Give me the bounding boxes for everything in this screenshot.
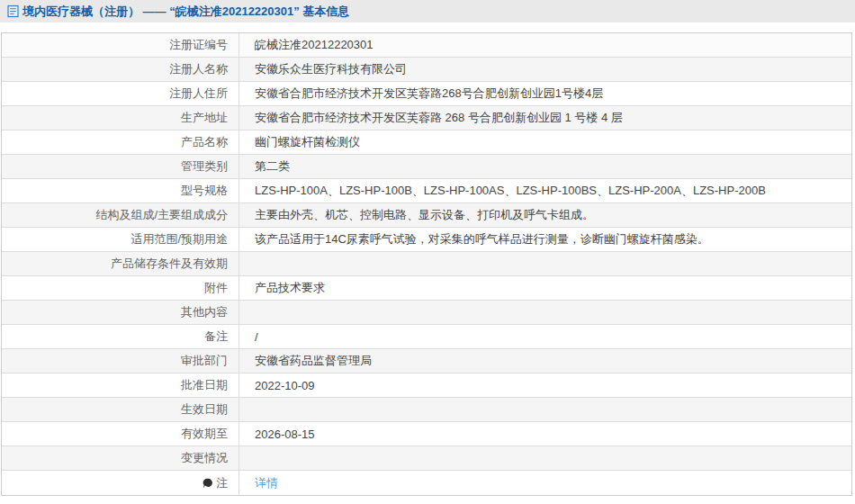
row-value: 皖械注准20212220301 xyxy=(239,33,851,57)
row-value: 幽门螺旋杆菌检测仪 xyxy=(239,130,851,154)
row-label: 结构及组成/主要组成成分 xyxy=(2,203,239,227)
row-label: 其他内容 xyxy=(2,301,239,324)
table-row: 备注/ xyxy=(2,325,851,349)
row-label-text: 生产地址 xyxy=(181,110,228,126)
row-value-text: 安徽省合肥市经济技术开发区芙蓉路 268 号合肥创新创业园 1 号楼 4 层 xyxy=(255,110,623,126)
row-label: 生产地址 xyxy=(2,106,239,130)
table-row: 有效期至2026-08-15 xyxy=(2,422,851,446)
table-row: 变更情况 xyxy=(2,446,851,471)
row-value-text: 幽门螺旋杆菌检测仪 xyxy=(255,134,360,150)
table-row: 注册证编号皖械注准20212220301 xyxy=(2,33,851,58)
row-label-text: 审批部门 xyxy=(181,353,228,369)
row-label-text: 备注 xyxy=(204,328,228,345)
row-label-text: 附件 xyxy=(204,280,228,296)
row-label-text: 型号规格 xyxy=(181,183,228,199)
row-label-text: 其他内容 xyxy=(181,304,228,320)
row-label: 附件 xyxy=(2,276,239,300)
row-value: LZS-HP-100A、LZS-HP-100B、LZS-HP-100AS、LZS… xyxy=(239,179,851,202)
row-value-text: 安徽省药品监督管理局 xyxy=(255,353,372,369)
row-value: 该产品适用于14C尿素呼气试验，对采集的呼气样品进行测量，诊断幽门螺旋杆菌感染。 xyxy=(239,228,851,251)
table-row: 注册人名称安徽乐众生医疗科技有限公司 xyxy=(2,58,851,82)
row-value: 产品技术要求 xyxy=(239,276,851,300)
row-value-text: 皖械注准20212220301 xyxy=(255,37,374,53)
row-value xyxy=(239,446,851,470)
row-label: 备注 xyxy=(2,325,239,348)
row-value: 2026-08-15 xyxy=(239,422,851,446)
row-value-text: / xyxy=(255,330,258,344)
row-value-text: 安徽乐众生医疗科技有限公司 xyxy=(255,61,407,77)
row-label: 型号规格 xyxy=(2,179,239,202)
row-label: 生效日期 xyxy=(2,398,239,421)
table-row: 型号规格LZS-HP-100A、LZS-HP-100B、LZS-HP-100AS… xyxy=(2,179,851,203)
row-value-text: 产品技术要求 xyxy=(255,280,325,296)
row-value: 安徽省合肥市经济技术开发区芙蓉路 268 号合肥创新创业园 1 号楼 4 层 xyxy=(239,106,851,130)
row-label-text: 生效日期 xyxy=(181,401,228,418)
note-balloon-icon xyxy=(202,478,213,489)
details-link[interactable]: 详情 xyxy=(255,475,278,491)
table-row: 产品储存条件及有效期 xyxy=(2,252,851,276)
row-label-text: 注册人住所 xyxy=(169,86,228,102)
page-header: 境内医疗器械（注册） —— “皖械注准20212220301” 基本信息 xyxy=(0,0,855,22)
row-value-text: 第二类 xyxy=(255,158,290,175)
row-label-text: 适用范围/预期用途 xyxy=(130,231,228,248)
table-row: 注详情 xyxy=(2,471,851,495)
table-row: 其他内容 xyxy=(2,301,851,325)
table-row: 生产地址安徽省合肥市经济技术开发区芙蓉路 268 号合肥创新创业园 1 号楼 4… xyxy=(2,106,851,130)
row-value-text: 该产品适用于14C尿素呼气试验，对采集的呼气样品进行测量，诊断幽门螺旋杆菌感染。 xyxy=(255,231,709,248)
row-label: 适用范围/预期用途 xyxy=(2,228,239,251)
row-value: 详情 xyxy=(239,471,851,495)
row-label-text: 注 xyxy=(216,475,228,491)
row-label: 产品储存条件及有效期 xyxy=(2,252,239,275)
row-label: 注册人名称 xyxy=(2,58,239,81)
row-label: 注册证编号 xyxy=(2,33,239,57)
row-value-text: 2022-10-09 xyxy=(255,379,315,392)
table-row: 产品名称幽门螺旋杆菌检测仪 xyxy=(2,130,851,155)
row-value-text: 2026-08-15 xyxy=(255,428,315,441)
row-value: / xyxy=(239,325,851,348)
row-value: 安徽省药品监督管理局 xyxy=(239,349,851,373)
row-label: 变更情况 xyxy=(2,446,239,470)
row-label: 审批部门 xyxy=(2,349,239,373)
row-label: 批准日期 xyxy=(2,374,239,397)
table-row: 管理类别第二类 xyxy=(2,155,851,179)
row-label: 有效期至 xyxy=(2,422,239,446)
document-icon xyxy=(7,4,19,18)
row-label: 注 xyxy=(2,471,239,495)
row-label-text: 注册人名称 xyxy=(169,61,228,77)
row-value-text: 主要由外壳、机芯、控制电路、显示设备、打印机及呼气卡组成。 xyxy=(255,207,594,223)
row-value-text: LZS-HP-100A、LZS-HP-100B、LZS-HP-100AS、LZS… xyxy=(255,183,766,199)
table-row: 注册人住所安徽省合肥市经济技术开发区芙蓉路268号合肥创新创业园1号楼4层 xyxy=(2,82,851,106)
row-label: 注册人住所 xyxy=(2,82,239,105)
row-label-text: 有效期至 xyxy=(181,426,228,442)
row-label-text: 变更情况 xyxy=(181,450,228,466)
row-label: 产品名称 xyxy=(2,130,239,154)
row-label-text: 管理类别 xyxy=(181,158,228,175)
table-row: 附件产品技术要求 xyxy=(2,276,851,301)
row-value: 安徽乐众生医疗科技有限公司 xyxy=(239,58,851,81)
table-row: 结构及组成/主要组成成分主要由外壳、机芯、控制电路、显示设备、打印机及呼气卡组成… xyxy=(2,203,851,228)
row-label-text: 注册证编号 xyxy=(169,37,228,53)
table-row: 审批部门安徽省药品监督管理局 xyxy=(2,349,851,374)
row-label-text: 产品名称 xyxy=(181,134,228,150)
row-value-text: 安徽省合肥市经济技术开发区芙蓉路268号合肥创新创业园1号楼4层 xyxy=(255,86,603,102)
row-value: 第二类 xyxy=(239,155,851,178)
row-value: 2022-10-09 xyxy=(239,374,851,397)
row-value: 安徽省合肥市经济技术开发区芙蓉路268号合肥创新创业园1号楼4层 xyxy=(239,82,851,105)
table-row: 批准日期2022-10-09 xyxy=(2,374,851,398)
row-label-text: 批准日期 xyxy=(181,377,228,393)
table-row: 生效日期 xyxy=(2,398,851,422)
table-row: 适用范围/预期用途该产品适用于14C尿素呼气试验，对采集的呼气样品进行测量，诊断… xyxy=(2,228,851,252)
row-label-text: 结构及组成/主要组成成分 xyxy=(95,207,228,223)
row-value: 主要由外壳、机芯、控制电路、显示设备、打印机及呼气卡组成。 xyxy=(239,203,851,227)
registration-info-table: 注册证编号皖械注准20212220301注册人名称安徽乐众生医疗科技有限公司注册… xyxy=(1,32,852,496)
row-value xyxy=(239,398,851,421)
row-value xyxy=(239,301,851,324)
row-label: 管理类别 xyxy=(2,155,239,178)
row-label-text: 产品储存条件及有效期 xyxy=(111,256,228,272)
page-title: 境内医疗器械（注册） —— “皖械注准20212220301” 基本信息 xyxy=(22,4,349,20)
row-value xyxy=(239,252,851,275)
